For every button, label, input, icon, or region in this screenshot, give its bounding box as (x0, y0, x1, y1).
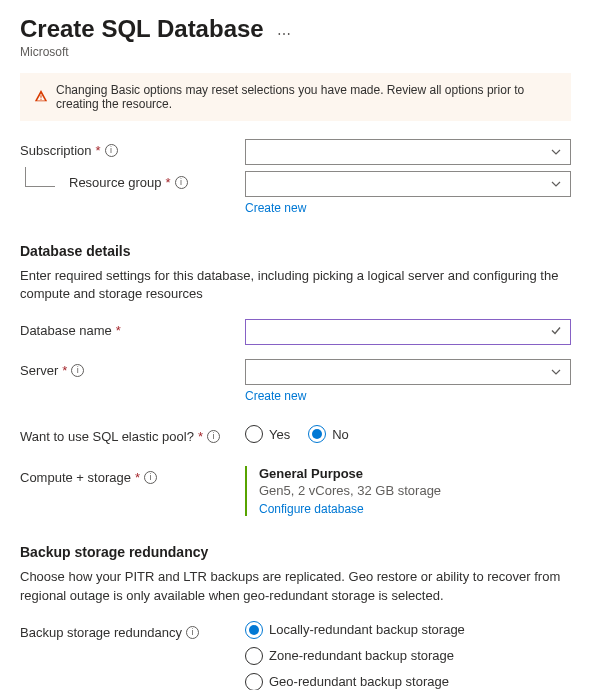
required-marker: * (62, 363, 67, 378)
subscription-select[interactable] (245, 139, 571, 165)
required-marker: * (198, 429, 203, 444)
compute-summary: General Purpose Gen5, 2 vCores, 32 GB st… (245, 466, 571, 516)
required-marker: * (166, 175, 171, 190)
compute-tier-title: General Purpose (259, 466, 571, 481)
radio-checked-icon (308, 425, 326, 443)
elastic-pool-label: Want to use SQL elastic pool? (20, 429, 194, 444)
required-marker: * (116, 323, 121, 338)
create-new-server-link[interactable]: Create new (245, 389, 306, 403)
create-new-rg-link[interactable]: Create new (245, 201, 306, 215)
backup-geo-label: Geo-redundant backup storage (269, 674, 449, 689)
server-label: Server (20, 363, 58, 378)
backup-local-radio[interactable]: Locally-redundant backup storage (245, 621, 571, 639)
radio-checked-icon (245, 621, 263, 639)
more-icon[interactable]: ⋯ (277, 26, 291, 42)
backup-zone-radio[interactable]: Zone-redundant backup storage (245, 647, 571, 665)
info-icon[interactable]: i (144, 471, 157, 484)
chevron-down-icon (550, 178, 562, 190)
db-name-input[interactable] (245, 319, 571, 345)
backup-heading: Backup storage redundancy (20, 544, 571, 560)
required-marker: * (135, 470, 140, 485)
configure-db-link[interactable]: Configure database (259, 502, 364, 516)
compute-tier-sub: Gen5, 2 vCores, 32 GB storage (259, 483, 571, 498)
resource-group-select[interactable] (245, 171, 571, 197)
radio-unchecked-icon (245, 647, 263, 665)
chevron-down-icon (550, 146, 562, 158)
info-icon[interactable]: i (71, 364, 84, 377)
elastic-no-label: No (332, 427, 349, 442)
radio-unchecked-icon (245, 425, 263, 443)
required-marker: * (96, 143, 101, 158)
server-select[interactable] (245, 359, 571, 385)
database-details-desc: Enter required settings for this databas… (20, 267, 571, 303)
warning-banner: Changing Basic options may reset selecti… (20, 73, 571, 121)
info-icon[interactable]: i (105, 144, 118, 157)
page-subtitle: Microsoft (20, 45, 571, 59)
subscription-label: Subscription (20, 143, 92, 158)
backup-local-label: Locally-redundant backup storage (269, 622, 465, 637)
database-details-heading: Database details (20, 243, 571, 259)
check-icon (550, 325, 562, 340)
elastic-no-radio[interactable]: No (308, 425, 349, 443)
backup-redundancy-label: Backup storage redundancy (20, 625, 182, 640)
backup-zone-label: Zone-redundant backup storage (269, 648, 454, 663)
info-icon[interactable]: i (186, 626, 199, 639)
page-title: Create SQL Database (20, 15, 264, 43)
tree-connector-icon (25, 167, 55, 187)
chevron-down-icon (550, 366, 562, 378)
compute-storage-label: Compute + storage (20, 470, 131, 485)
radio-unchecked-icon (245, 673, 263, 690)
backup-desc: Choose how your PITR and LTR backups are… (20, 568, 571, 604)
info-icon[interactable]: i (175, 176, 188, 189)
db-name-label: Database name (20, 323, 112, 338)
warning-icon (34, 89, 48, 106)
warning-text: Changing Basic options may reset selecti… (56, 83, 557, 111)
resource-group-label: Resource group (69, 175, 162, 190)
backup-geo-radio[interactable]: Geo-redundant backup storage (245, 673, 571, 690)
elastic-yes-radio[interactable]: Yes (245, 425, 290, 443)
elastic-yes-label: Yes (269, 427, 290, 442)
info-icon[interactable]: i (207, 430, 220, 443)
